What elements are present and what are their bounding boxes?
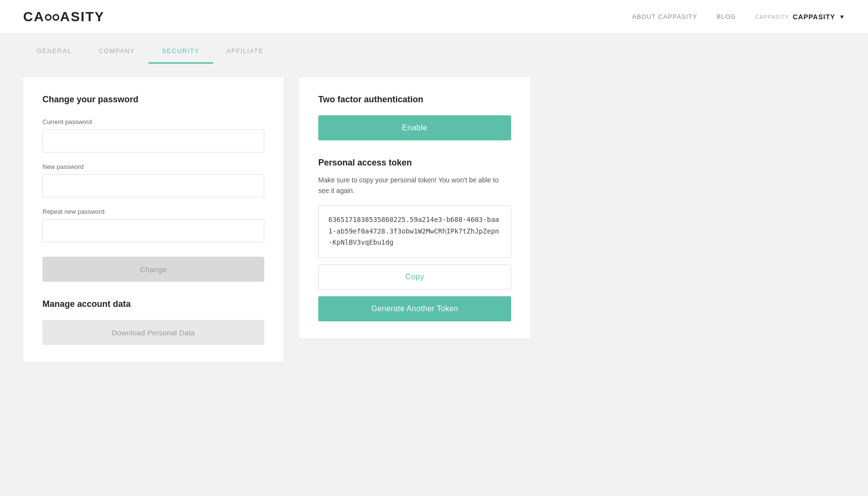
current-password-label: Current password bbox=[42, 118, 264, 125]
tab-affiliate[interactable]: AFFILIATE bbox=[213, 38, 277, 64]
chevron-down-icon: ▼ bbox=[839, 14, 845, 20]
user-dropdown[interactable]: CAPPASITY CAPPASITY ▼ bbox=[755, 13, 845, 21]
logo-circle-2 bbox=[53, 14, 59, 21]
token-section-title: Personal access token bbox=[318, 158, 511, 168]
repeat-password-label: Repeat new password bbox=[42, 208, 264, 215]
user-logo-small: CAPPASITY bbox=[755, 14, 789, 20]
main-content: Change your password Current password Ne… bbox=[0, 64, 868, 386]
nav: ABOUT CAPPASITY BLOG CAPPASITY CAPPASITY… bbox=[632, 13, 845, 21]
right-card: Two factor authentication Enable Persona… bbox=[299, 77, 530, 339]
repeat-password-group: Repeat new password bbox=[42, 208, 264, 242]
manage-section: Manage account data Download Personal Da… bbox=[42, 299, 264, 345]
user-name: CAPPASITY bbox=[793, 13, 835, 21]
logo: CAASITY bbox=[23, 9, 105, 25]
generate-token-button[interactable]: Generate Another Token bbox=[318, 296, 511, 321]
token-description: Make sure to copy your personal token! Y… bbox=[318, 175, 511, 196]
current-password-input[interactable] bbox=[42, 129, 264, 152]
password-section-title: Change your password bbox=[42, 95, 264, 105]
copy-token-button[interactable]: Copy bbox=[318, 264, 511, 289]
new-password-group: New password bbox=[42, 163, 264, 197]
nav-about[interactable]: ABOUT CAPPASITY bbox=[632, 13, 697, 20]
tab-general[interactable]: GENERAL bbox=[23, 38, 85, 64]
header: CAASITY ABOUT CAPPASITY BLOG CAPPASITY C… bbox=[0, 0, 868, 34]
manage-section-title: Manage account data bbox=[42, 299, 264, 309]
repeat-password-input[interactable] bbox=[42, 219, 264, 242]
token-value-box: 6365171838535860225.59a214e3-b688-4603-b… bbox=[318, 205, 511, 258]
tab-company[interactable]: COMPANY bbox=[85, 38, 149, 64]
enable-two-factor-button[interactable]: Enable bbox=[318, 115, 511, 140]
tab-security[interactable]: SECURITY bbox=[149, 38, 213, 64]
download-personal-data-button[interactable]: Download Personal Data bbox=[42, 320, 264, 345]
change-password-button[interactable]: Change bbox=[42, 257, 264, 282]
two-factor-title: Two factor authentication bbox=[318, 95, 511, 105]
left-card: Change your password Current password Ne… bbox=[23, 77, 284, 362]
logo-circle-1 bbox=[45, 14, 52, 21]
current-password-group: Current password bbox=[42, 118, 264, 152]
nav-blog[interactable]: BLOG bbox=[717, 13, 736, 20]
new-password-label: New password bbox=[42, 163, 264, 170]
tabs-bar: GENERAL COMPANY SECURITY AFFILIATE bbox=[0, 38, 868, 64]
new-password-input[interactable] bbox=[42, 174, 264, 197]
